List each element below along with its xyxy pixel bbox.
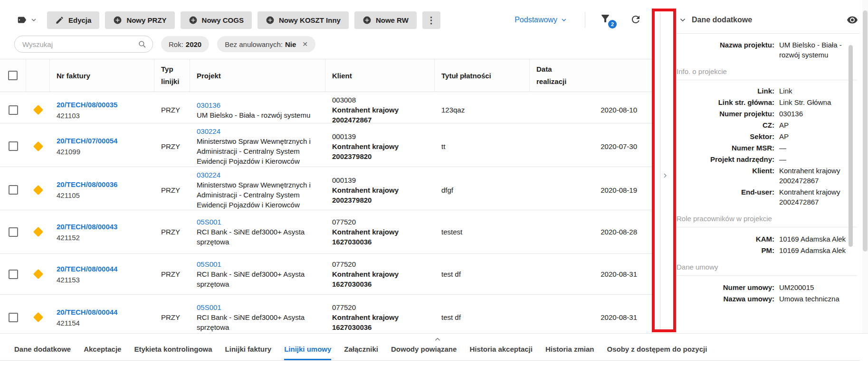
view-selector-dropdown[interactable]: Podstawowy bbox=[515, 16, 568, 24]
table-row[interactable]: 20/TECH/08/00036421105 PRZY 030224Minist… bbox=[0, 167, 652, 210]
invoice-id: 421105 bbox=[57, 190, 148, 200]
new-rw-button[interactable]: Nowe RW bbox=[354, 11, 417, 29]
row-checkbox[interactable] bbox=[9, 105, 18, 115]
row-select-cell bbox=[0, 210, 26, 253]
tab-dowody-powiazane[interactable]: Dowody powiązane bbox=[391, 345, 457, 360]
row-checkbox[interactable] bbox=[9, 185, 18, 195]
project-link[interactable]: 05S001 bbox=[197, 259, 319, 269]
tab-osoby-z-dostepem[interactable]: Osoby z dostępem do pozycji bbox=[607, 345, 707, 360]
panel-scrollbar-thumb[interactable] bbox=[849, 45, 853, 247]
field-value-link[interactable]: Link bbox=[779, 86, 857, 96]
column-header-date[interactable]: Data realizacji bbox=[530, 59, 644, 92]
invoice-link[interactable]: 20/TECH/08/00043 bbox=[57, 222, 148, 232]
more-options-button[interactable]: ⋮ bbox=[422, 11, 440, 29]
collapse-section-chevron-icon[interactable] bbox=[678, 16, 687, 24]
invoice-link[interactable]: 20/TECH/08/00036 bbox=[57, 179, 148, 189]
column-header-payment-title[interactable]: Tytuł płatności bbox=[435, 59, 530, 92]
invoice-link[interactable]: 20/TECH/07/00054 bbox=[57, 136, 148, 146]
new-cogs-label: Nowy COGS bbox=[202, 16, 244, 24]
project-link[interactable]: 05S001 bbox=[197, 302, 319, 312]
table-row[interactable]: 20/TECH/08/00044421154 PRZY 05S001RCI Ba… bbox=[0, 295, 652, 333]
tab-zalaczniki[interactable]: Załączniki bbox=[344, 345, 378, 360]
invoice-id: 421154 bbox=[57, 318, 148, 328]
row-checkbox[interactable] bbox=[9, 270, 18, 279]
edit-button[interactable]: Edycja bbox=[47, 11, 99, 29]
field-value: Kontrahent krajowy 2002472867 bbox=[779, 166, 857, 186]
project-link[interactable]: 030224 bbox=[197, 170, 319, 180]
status-column-header bbox=[26, 59, 50, 92]
project-link[interactable]: 030224 bbox=[197, 126, 319, 136]
tab-akceptacje[interactable]: Akceptacje bbox=[84, 345, 121, 360]
table-row[interactable]: 20/TECH/08/00043421152 PRZY 05S001RCI Ba… bbox=[0, 210, 652, 254]
year-chip-value: 2020 bbox=[186, 40, 201, 48]
field-value: Umowa techniczna bbox=[779, 294, 857, 304]
tab-historia-akceptacji[interactable]: Historia akceptacji bbox=[469, 345, 533, 360]
field-label: Numer MSR: bbox=[677, 143, 774, 153]
line-type-cell: PRZY bbox=[154, 254, 190, 294]
tab-dane-dodatkowe[interactable]: Dane dodatkowe bbox=[14, 345, 71, 360]
tab-historia-zmian[interactable]: Historia zmian bbox=[545, 345, 594, 360]
project-link[interactable]: 05S001 bbox=[197, 217, 319, 227]
page-scrollbar-thumb[interactable] bbox=[863, 10, 868, 252]
search-input[interactable] bbox=[15, 40, 153, 48]
column-header-project[interactable]: Projekt bbox=[190, 59, 325, 92]
date-cell: 2020-08-10 bbox=[530, 92, 644, 128]
project-link[interactable]: 030136 bbox=[197, 100, 319, 110]
row-checkbox[interactable] bbox=[9, 227, 18, 237]
invoice-link[interactable]: 20/TECH/08/00044 bbox=[57, 264, 148, 274]
panel-section-title: Role pracowników w projekcie bbox=[677, 215, 857, 227]
invoice-link[interactable]: 20/TECH/08/00044 bbox=[57, 307, 148, 317]
field-label: Nazwa umowy: bbox=[677, 294, 774, 304]
invoice-link[interactable]: 20/TECH/08/00035 bbox=[57, 100, 148, 110]
line-type-cell: PRZY bbox=[154, 92, 190, 128]
select-all-checkbox[interactable] bbox=[8, 71, 18, 80]
project-cell: 030224Ministerstwo Spraw Wewnętrznych i … bbox=[190, 123, 325, 169]
table-row[interactable]: 20/TECH/08/00044421153 PRZY 05S001RCI Ba… bbox=[0, 254, 652, 295]
project-cell: 05S001RCI Bank - SiNE def3000+ Asysta sp… bbox=[190, 295, 325, 333]
panel-field: Numer umowy: UM200015 bbox=[677, 282, 857, 292]
row-checkbox[interactable] bbox=[9, 313, 18, 322]
tab-linijki-umowy[interactable]: Linijki umowy bbox=[284, 345, 331, 360]
pencil-icon bbox=[55, 16, 64, 25]
line-type-cell: PRZY bbox=[154, 123, 190, 169]
field-value-link[interactable]: Link Str. Główna bbox=[779, 97, 857, 107]
row-status-cell bbox=[26, 210, 50, 253]
plus-circle-icon bbox=[362, 16, 372, 25]
tab-etykieta-kontrolingowa[interactable]: Etykieta kontrolingowa bbox=[134, 345, 212, 360]
column-header-line-type[interactable]: Typ linijki bbox=[154, 59, 190, 92]
client-cell: 077520Kontrahent krajowy 1627030036 bbox=[325, 210, 435, 253]
tab-linijki-faktury[interactable]: Linijki faktury bbox=[225, 345, 272, 360]
new-przy-button[interactable]: Nowy PRZY bbox=[105, 11, 174, 29]
new-koszt-inny-button[interactable]: Nowy KOSZT Inny bbox=[258, 11, 349, 29]
collapse-panel-button[interactable] bbox=[433, 335, 443, 343]
field-value-link[interactable]: UM200015 bbox=[779, 282, 857, 292]
column-header-invoice[interactable]: Nr faktury bbox=[50, 59, 154, 92]
client-cell: 077520Kontrahent krajowy 1627030036 bbox=[325, 295, 435, 333]
view-selector-label: Podstawowy bbox=[515, 16, 557, 24]
panel-expand-handle[interactable] bbox=[661, 172, 670, 183]
filter-button[interactable]: 2 bbox=[600, 13, 614, 27]
cancelled-filter-chip[interactable]: Bez anulowanych: Nie ✕ bbox=[217, 36, 315, 52]
chip-remove-icon[interactable]: ✕ bbox=[302, 40, 308, 48]
new-cogs-button[interactable]: Nowy COGS bbox=[181, 11, 252, 29]
column-header-client[interactable]: Klient bbox=[325, 59, 435, 92]
client-name: Kontrahent krajowy 2002379820 bbox=[332, 141, 428, 161]
visibility-eye-icon[interactable] bbox=[847, 14, 858, 26]
table-row[interactable]: 20/TECH/07/00054421099 PRZY 030224Minist… bbox=[0, 123, 652, 167]
year-filter-chip[interactable]: Rok: 2020 bbox=[161, 36, 209, 52]
line-type-cell: PRZY bbox=[154, 210, 190, 253]
project-name: RCI Bank - SiNE def3000+ Asysta sprzętow… bbox=[197, 312, 319, 332]
table-row[interactable]: 20/TECH/08/00035421103 PRZY 030136UM Bie… bbox=[0, 92, 652, 123]
row-select-cell bbox=[0, 167, 26, 213]
invoice-id: 421103 bbox=[57, 111, 148, 121]
date-cell: 2020-08-31 bbox=[530, 295, 644, 333]
tag-menu-button[interactable] bbox=[17, 15, 38, 25]
field-value-link[interactable]: 030136 bbox=[779, 109, 857, 119]
panel-section-title: Dane umowy bbox=[677, 263, 857, 276]
search-box bbox=[14, 36, 153, 53]
project-cell: 05S001RCI Bank - SiNE def3000+ Asysta sp… bbox=[190, 210, 325, 253]
invoice-cell: 20/TECH/08/00044421154 bbox=[50, 295, 154, 333]
cancelled-chip-value: Nie bbox=[285, 40, 296, 48]
row-checkbox[interactable] bbox=[9, 141, 18, 151]
refresh-button[interactable] bbox=[630, 14, 642, 26]
